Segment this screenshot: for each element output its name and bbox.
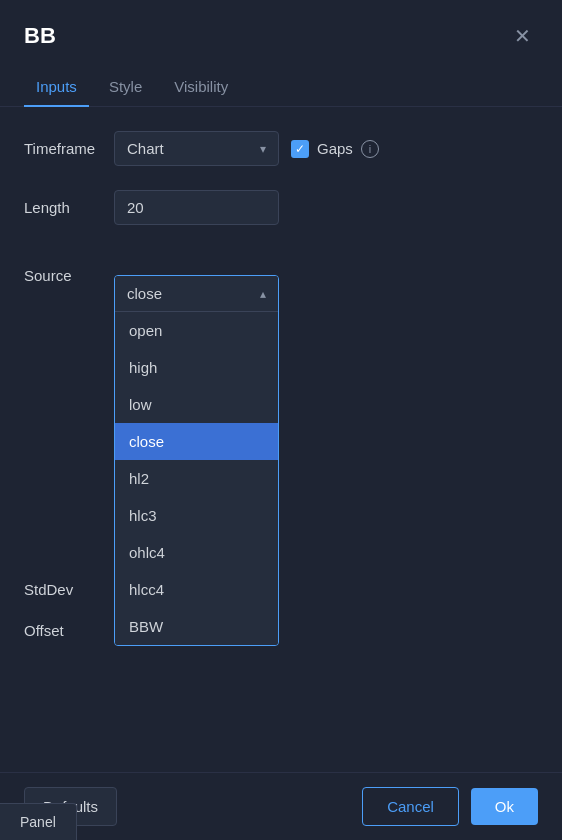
close-button[interactable]: ✕ <box>506 20 538 52</box>
source-options-list: open high low close hl2 hlc3 ohlc4 hlcc4… <box>115 312 278 645</box>
source-row: Source close ▴ open high low close hl2 h… <box>24 249 538 301</box>
source-selected-value[interactable]: close ▴ <box>115 276 278 312</box>
length-label: Length <box>24 199 114 216</box>
cancel-button[interactable]: Cancel <box>362 787 459 826</box>
ok-button[interactable]: Ok <box>471 788 538 825</box>
dialog-header: BB ✕ <box>0 0 562 52</box>
panel-label: Panel <box>20 814 56 830</box>
timeframe-label: Timeframe <box>24 140 114 157</box>
dialog-footer: Defaults Cancel Ok <box>0 772 562 840</box>
source-option-low[interactable]: low <box>115 386 278 423</box>
source-option-hl2[interactable]: hl2 <box>115 460 278 497</box>
timeframe-value: Chart <box>127 140 164 157</box>
source-option-high[interactable]: high <box>115 349 278 386</box>
source-option-hlcc4[interactable]: hlcc4 <box>115 571 278 608</box>
source-option-hlc3[interactable]: hlc3 <box>115 497 278 534</box>
length-row: Length <box>24 190 538 225</box>
inputs-content: Timeframe Chart ▾ ✓ Gaps i Length <box>0 107 562 840</box>
source-option-bbw[interactable]: BBW <box>115 608 278 645</box>
offset-label: Offset <box>24 622 114 639</box>
source-dropdown[interactable]: close ▴ open high low close hl2 hlc3 ohl… <box>114 275 279 646</box>
offset-row: Offset <box>24 622 538 639</box>
source-option-close[interactable]: close <box>115 423 278 460</box>
dialog-container: BB ✕ Inputs Style Visibility Timeframe C… <box>0 0 562 840</box>
source-option-ohlc4[interactable]: ohlc4 <box>115 534 278 571</box>
source-option-open[interactable]: open <box>115 312 278 349</box>
dialog-title: BB <box>24 23 56 49</box>
gaps-checkbox[interactable]: ✓ <box>291 140 309 158</box>
source-label: Source <box>24 267 114 284</box>
check-icon: ✓ <box>295 142 305 156</box>
stddev-row: StdDev <box>24 581 538 598</box>
gaps-checkbox-wrapper[interactable]: ✓ <box>291 140 309 158</box>
timeframe-arrow-icon: ▾ <box>260 142 266 156</box>
timeframe-dropdown[interactable]: Chart ▾ <box>114 131 279 166</box>
gaps-label: Gaps <box>317 140 353 157</box>
tabs-container: Inputs Style Visibility <box>0 68 562 107</box>
gaps-row: ✓ Gaps i <box>291 140 379 158</box>
source-current-value: close <box>127 285 162 302</box>
tab-inputs[interactable]: Inputs <box>24 68 89 107</box>
length-input[interactable] <box>114 190 279 225</box>
panel-tab[interactable]: Panel <box>0 803 77 840</box>
stddev-label: StdDev <box>24 581 114 598</box>
close-icon: ✕ <box>514 24 531 48</box>
tab-visibility[interactable]: Visibility <box>162 68 240 107</box>
tab-style[interactable]: Style <box>97 68 154 107</box>
timeframe-row: Timeframe Chart ▾ ✓ Gaps i <box>24 131 538 166</box>
source-arrow-icon: ▴ <box>260 287 266 301</box>
gaps-info-icon[interactable]: i <box>361 140 379 158</box>
